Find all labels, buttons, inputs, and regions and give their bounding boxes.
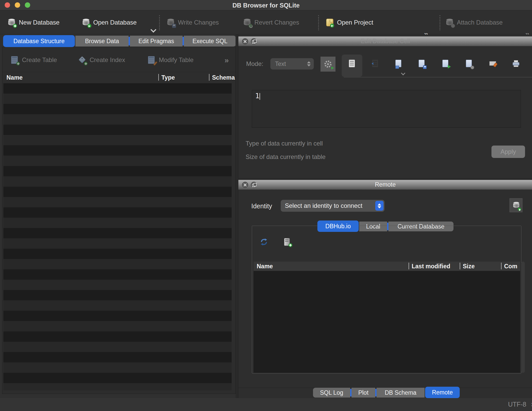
mode-label: Mode:: [246, 60, 263, 67]
save-to-file-icon[interactable]: [418, 59, 426, 68]
status-overflow-chevron[interactable]: »: [531, 400, 532, 408]
identity-select-spinner-icon: [375, 201, 384, 211]
tab-sql-log[interactable]: SQL Log: [313, 388, 350, 398]
remote-dock-title: Remote: [238, 181, 532, 188]
column-header-size[interactable]: Size: [463, 263, 475, 270]
toolbar-separator: [159, 15, 160, 30]
column-separator[interactable]: [501, 263, 502, 269]
clone-arrow-badge-icon: [518, 208, 521, 211]
modify-table-icon: [147, 56, 155, 64]
open-database-button[interactable]: Open Database: [82, 11, 137, 34]
create-index-icon: [78, 56, 86, 64]
open-database-label: Open Database: [93, 19, 137, 26]
clone-database-button[interactable]: [510, 198, 522, 212]
column-header-last-modified[interactable]: Last modified: [412, 263, 450, 270]
tab-separator: [183, 37, 184, 45]
toolbar-separator: [318, 15, 319, 30]
open-in-editor-icon[interactable]: [489, 59, 497, 68]
document-settings-icon[interactable]: [465, 59, 473, 68]
edit-cell-dock-title: Edit Database Cell: [238, 38, 532, 45]
window-title: DB Browser for SQLite: [0, 2, 532, 9]
attach-database-button: Attach Database: [446, 11, 503, 34]
create-table-button: Create Table: [11, 51, 57, 69]
write-changes-label: Write Changes: [178, 19, 219, 26]
cell-size-info: Size of data currently in table: [246, 153, 326, 161]
plus-badge-icon: [288, 243, 292, 247]
tab-separator: [387, 223, 388, 230]
mode-select-spinner-icon: [307, 58, 311, 70]
column-separator[interactable]: [460, 263, 460, 269]
scrollbar-track[interactable]: [521, 262, 525, 373]
import-from-file-icon[interactable]: [395, 59, 402, 68]
create-table-icon: [11, 56, 18, 64]
attach-database-label: Attach Database: [457, 19, 503, 26]
column-separator[interactable]: [158, 74, 159, 81]
structure-table-header: Name Type Schema: [2, 73, 235, 82]
new-database-icon: [8, 18, 15, 27]
column-header-commits[interactable]: Com: [504, 263, 517, 270]
cell-settings-button[interactable]: [320, 57, 335, 72]
column-header-type[interactable]: Type: [161, 74, 175, 81]
status-bar: UTF-8 »: [0, 398, 532, 411]
create-index-button: Create Index: [78, 51, 125, 69]
modify-table-button: Modify Table: [147, 51, 193, 69]
revert-changes-label: Revert Changes: [254, 19, 299, 26]
main-toolbar: New Database Open Database Write Changes…: [0, 11, 532, 34]
structure-toolbar-overflow-chevron[interactable]: »: [224, 56, 228, 65]
revert-changes-button: Revert Changes: [243, 11, 299, 34]
open-project-button[interactable]: Open Project: [326, 11, 373, 34]
tab-remote[interactable]: Remote: [425, 387, 460, 398]
cell-content-editor[interactable]: 1: [252, 90, 521, 128]
tab-dbhub[interactable]: DBHub.io: [317, 220, 359, 232]
open-database-icon: [82, 18, 90, 27]
column-header-name[interactable]: Name: [257, 263, 273, 270]
remote-dock: Remote Identity Select an identity to co…: [238, 178, 532, 398]
tab-database-structure[interactable]: Database Structure: [3, 35, 75, 47]
remote-dock-header: Remote: [238, 180, 532, 190]
remote-group-box: Name Last modified Size Com: [252, 226, 521, 374]
tab-browse-data[interactable]: Browse Data: [75, 36, 129, 47]
identity-select-value: Select an identity to connect: [281, 202, 362, 209]
panel-splitter[interactable]: [236, 34, 238, 398]
column-header-schema[interactable]: Schema: [212, 74, 235, 81]
print-icon[interactable]: [512, 59, 520, 68]
tab-db-schema[interactable]: DB Schema: [377, 388, 425, 398]
new-database-button[interactable]: New Database: [8, 11, 59, 34]
remote-table-body: [254, 271, 520, 373]
tab-edit-pragmas[interactable]: Edit Pragmas: [130, 36, 183, 47]
refresh-button[interactable]: [259, 237, 270, 248]
write-changes-icon: [167, 18, 175, 27]
column-separator[interactable]: [209, 74, 209, 81]
structure-actions-toolbar: Create Table Create Index Modify Table »: [2, 51, 235, 69]
json-mode-icon: [371, 59, 379, 68]
upload-database-button[interactable]: [283, 237, 293, 248]
app-window: DB Browser for SQLite New Database Open …: [0, 0, 532, 411]
toolbar-separator: [440, 15, 440, 30]
encoding-indicator: UTF-8: [508, 401, 526, 408]
create-index-label: Create Index: [90, 56, 125, 64]
new-database-label: New Database: [19, 19, 59, 26]
open-database-dropdown-chevron-icon[interactable]: [151, 27, 157, 33]
column-header-name[interactable]: Name: [6, 74, 23, 81]
tab-execute-sql[interactable]: Execute SQL: [184, 36, 236, 47]
remote-table-header: Name Last modified Size Com: [254, 262, 520, 271]
cell-type-info: Type of data currently in cell: [246, 140, 323, 147]
revert-changes-icon: [243, 18, 251, 27]
identity-select[interactable]: Select an identity to connect: [281, 200, 385, 212]
gear-arrow-badge-icon: [331, 66, 334, 70]
apply-button: Apply: [491, 146, 525, 158]
tab-separator: [375, 389, 377, 397]
mode-select: Text: [270, 58, 314, 70]
text-document-icon[interactable]: [348, 59, 356, 68]
export-data-icon[interactable]: [442, 59, 449, 68]
save-dropdown-chevron-icon[interactable]: [401, 71, 405, 75]
column-separator[interactable]: [409, 263, 409, 269]
tab-plot[interactable]: Plot: [351, 388, 375, 398]
structure-table-body: [3, 83, 232, 390]
text-caret: [260, 93, 260, 100]
title-bar: DB Browser for SQLite: [0, 0, 532, 10]
attach-database-icon: [446, 18, 453, 27]
write-changes-button: Write Changes: [167, 11, 219, 34]
open-project-icon: [326, 18, 334, 27]
tab-separator: [129, 37, 130, 45]
